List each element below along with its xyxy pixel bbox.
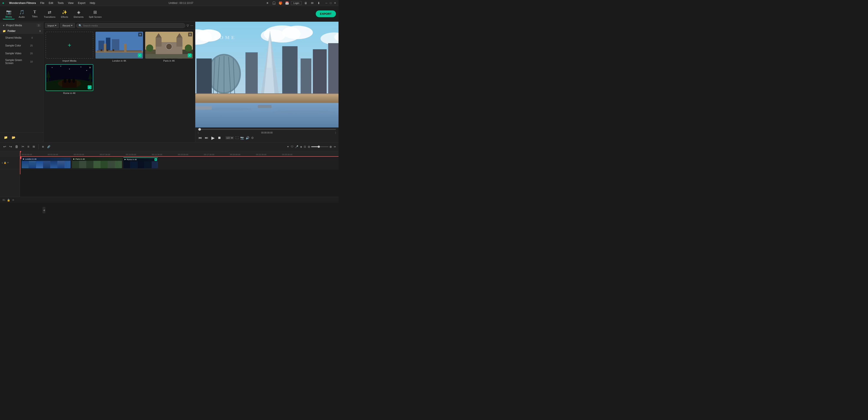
- mic-icon[interactable]: 🎤: [295, 145, 299, 148]
- zoom-in-icon[interactable]: ⊕: [330, 145, 332, 148]
- seek-thumb[interactable]: [198, 128, 201, 131]
- paris-thumb-3: [86, 161, 93, 168]
- zoom-out-icon[interactable]: ⊖: [308, 145, 310, 148]
- cut-button[interactable]: ✂: [21, 144, 25, 149]
- track-visibility-btn[interactable]: 👁: [12, 199, 14, 202]
- track-lock-btn[interactable]: 🔒: [7, 199, 10, 202]
- toolbar-splitscreen[interactable]: ⊞ Split Screen: [87, 9, 104, 19]
- minimize-button[interactable]: ─: [324, 1, 328, 5]
- add-track-button[interactable]: ⊕: [41, 145, 45, 149]
- search-box[interactable]: 🔍: [76, 23, 185, 28]
- grid-icon[interactable]: ⋯: [190, 24, 193, 27]
- step-back-button[interactable]: ⏭: [205, 136, 209, 140]
- menu-view[interactable]: View: [66, 1, 75, 5]
- waveform-button[interactable]: ≋: [32, 144, 36, 149]
- menu-help[interactable]: Help: [88, 1, 97, 5]
- london-media-item[interactable]: ⊞ ✓ London in 4K: [95, 32, 143, 62]
- toolbar-transitions[interactable]: ⇄ Transitions: [42, 9, 58, 19]
- stop-button[interactable]: ⏹: [217, 136, 222, 140]
- gift-icon[interactable]: 🎁: [278, 1, 283, 5]
- play-button[interactable]: ▶: [211, 135, 215, 141]
- toolbar-effects[interactable]: ✨ Effects: [58, 9, 70, 19]
- plus-icon: +: [68, 42, 71, 49]
- rome-clip[interactable]: ▶ Rome in 4K ●: [123, 157, 158, 168]
- paris-media-item[interactable]: ⊞ ✓ Paris in 4K: [145, 32, 193, 62]
- menu-tools[interactable]: Tools: [56, 1, 65, 5]
- sun-icon[interactable]: ☀: [265, 1, 270, 5]
- import-dropdown[interactable]: Import ▾: [45, 23, 59, 28]
- toolbar-media[interactable]: 📷 Media: [3, 8, 15, 19]
- delete-button[interactable]: 🗑: [14, 144, 19, 149]
- login-button[interactable]: Login: [291, 1, 302, 5]
- sample-video-label: Sample Video: [5, 52, 25, 55]
- title-display: Untitled : 00:11:10:07: [168, 2, 193, 5]
- screen-icon[interactable]: 🖥: [303, 1, 308, 5]
- effects-icon: ✨: [62, 9, 67, 15]
- fullscreen-icon[interactable]: ⛶: [236, 136, 239, 140]
- track-eye-icon[interactable]: 👁: [7, 161, 9, 164]
- settings-icon[interactable]: ⚙: [251, 136, 254, 140]
- export-button[interactable]: EXPORT: [316, 10, 336, 17]
- record-dropdown[interactable]: Record ▾: [60, 23, 75, 28]
- seek-bar[interactable]: [198, 129, 336, 130]
- main-content: ▼ Project Media 3 📁 Folder 3 Shared Medi…: [0, 22, 339, 142]
- ruler-mark-4: 00:10:00:00: [126, 153, 152, 156]
- shield-icon[interactable]: 🛡: [291, 145, 293, 148]
- search-icon: 🔍: [79, 24, 82, 27]
- svg-point-9: [100, 49, 102, 51]
- crop-icon[interactable]: ⊡: [304, 145, 306, 148]
- beauty-icon[interactable]: ✦: [287, 145, 289, 148]
- redo-button[interactable]: ↪: [8, 144, 12, 149]
- camera-icon[interactable]: 📷: [240, 136, 244, 140]
- volume-icon[interactable]: 🔊: [246, 136, 249, 140]
- zoom-slider[interactable]: [311, 146, 329, 147]
- rome-media-item[interactable]: ⊞ ✓ Rome in 4K: [45, 64, 93, 95]
- sidebar-folder[interactable]: 📁 Folder 3: [0, 28, 43, 34]
- undo-button[interactable]: ↩: [3, 144, 7, 149]
- audio-split-button[interactable]: ≡: [27, 144, 30, 149]
- sidebar-shared-media[interactable]: Shared Media 0: [0, 34, 43, 42]
- sidebar-sample-green[interactable]: Sample Green Screen 10: [0, 57, 43, 66]
- toolbar-elements[interactable]: ◈ Elements: [71, 9, 86, 19]
- new-bin-button[interactable]: 📂: [10, 134, 17, 141]
- close-button[interactable]: ✕: [333, 1, 337, 5]
- filter-icon[interactable]: ▽: [187, 24, 189, 27]
- menu-edit[interactable]: Edit: [47, 1, 55, 5]
- collapse-icon[interactable]: ⇔: [334, 145, 336, 148]
- svg-point-16: [166, 43, 172, 50]
- svg-rect-34: [48, 78, 49, 91]
- toolbar-audio[interactable]: 🎵 Audio: [16, 9, 28, 19]
- london-check-icon: ✓: [138, 53, 142, 57]
- sidebar-sample-color[interactable]: Sample Color 25: [0, 42, 43, 50]
- svg-point-40: [64, 78, 66, 83]
- import-media-item[interactable]: + Import Media: [45, 32, 93, 62]
- paris-clip[interactable]: ▶ Paris in 4K: [72, 157, 122, 168]
- sidebar-project-media[interactable]: ▼ Project Media 3: [0, 23, 43, 28]
- search-input[interactable]: [83, 24, 183, 27]
- track-lock-icon[interactable]: 🔒: [4, 161, 6, 164]
- svg-point-42: [72, 78, 75, 83]
- zoom-control: ⊖ ⊕: [308, 145, 332, 148]
- keyframe-icon[interactable]: ◈: [300, 145, 302, 148]
- headset-icon[interactable]: 🎧: [272, 1, 276, 5]
- zoom-thumb[interactable]: [318, 146, 320, 148]
- link-button[interactable]: 🔗: [46, 145, 51, 149]
- skip-back-button[interactable]: ⏮: [198, 136, 202, 140]
- download-icon[interactable]: ⬇: [316, 1, 321, 5]
- email-icon[interactable]: ✉: [310, 1, 315, 5]
- svg-rect-62: [245, 52, 257, 97]
- fraction-select[interactable]: 1/2 Full 1/4: [225, 136, 234, 139]
- import-media-btn[interactable]: +: [45, 32, 93, 59]
- calendar-icon[interactable]: 📅: [284, 1, 289, 5]
- maximize-button[interactable]: □: [329, 1, 333, 5]
- paris-thumbnail: ⊞ ✓: [145, 32, 193, 59]
- svg-point-48: [282, 26, 313, 39]
- video-track[interactable]: ▶ London in 4K: [20, 156, 339, 169]
- menu-file[interactable]: File: [38, 1, 46, 5]
- menu-export[interactable]: Export: [76, 1, 87, 5]
- london-clip[interactable]: ▶ London in 4K: [22, 157, 70, 168]
- new-folder-button[interactable]: 📁: [3, 134, 9, 141]
- titles-icon: T: [33, 10, 36, 14]
- sidebar-sample-video[interactable]: Sample Video 20: [0, 50, 43, 57]
- toolbar-titles[interactable]: T Titles: [29, 9, 41, 19]
